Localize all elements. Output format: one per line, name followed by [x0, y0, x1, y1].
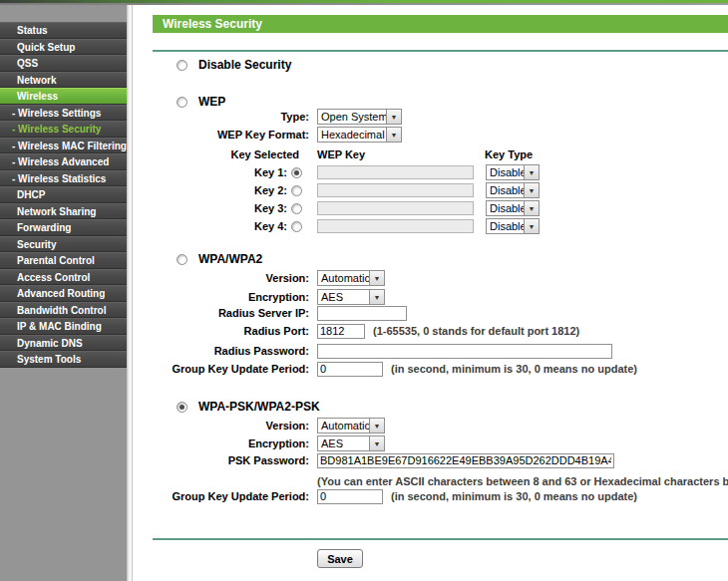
- wep-format-value: Hexadecimal: [318, 128, 386, 142]
- wpa-group-key-input[interactable]: [317, 362, 383, 377]
- key1-input[interactable]: [317, 165, 474, 179]
- wpa-version-select[interactable]: Automatic ▼: [317, 270, 385, 286]
- radius-port-input[interactable]: [317, 324, 365, 339]
- key2-type-select[interactable]: Disabled ▼: [486, 182, 540, 198]
- wep-format-row: WEP Key Format: Hexadecimal ▼: [140, 127, 402, 143]
- chevron-down-icon: ▼: [369, 419, 384, 433]
- psk-password-note-row: (You can enter ASCII characters between …: [317, 473, 728, 489]
- top-divider-line: [153, 50, 728, 52]
- key1-type-value: Disabled: [487, 165, 524, 179]
- psk-group-key-input[interactable]: [317, 489, 383, 504]
- sidebar-item-bandwidth-control[interactable]: Bandwidth Control: [0, 302, 127, 319]
- sidebar-item-wireless-settings[interactable]: - Wireless Settings: [0, 105, 127, 122]
- sidebar-item-wireless-mac-filtering[interactable]: - Wireless MAC Filtering: [0, 138, 127, 154]
- save-button[interactable]: Save: [317, 549, 363, 568]
- wpa-version-row: Version: Automatic ▼: [140, 270, 385, 286]
- radius-password-input[interactable]: [317, 344, 612, 359]
- key1-type-select[interactable]: Disabled ▼: [486, 164, 540, 180]
- key2-type-value: Disabled: [487, 183, 524, 197]
- radius-server-ip-input[interactable]: [317, 306, 407, 321]
- wpa-group-key-note: (in second, minimum is 30, 0 means no up…: [391, 363, 637, 375]
- psk-version-value: Automatic: [318, 419, 369, 433]
- wep-key1-row: Key 1: Disabled ▼: [237, 164, 540, 180]
- psk-group-key-note: (in second, minimum is 30, 0 means no up…: [391, 490, 637, 502]
- psk-radio[interactable]: [177, 402, 187, 413]
- wep-radio[interactable]: [177, 97, 187, 108]
- chevron-down-icon: ▼: [524, 165, 539, 179]
- key1-label: Key 1:: [237, 166, 287, 178]
- sidebar-item-quick-setup[interactable]: Quick Setup: [0, 39, 127, 56]
- psk-group-key-label: Group Key Update Period:: [140, 490, 309, 502]
- sidebar-item-wireless[interactable]: Wireless: [0, 88, 127, 105]
- key4-type-select[interactable]: Disabled ▼: [486, 218, 540, 234]
- key2-input[interactable]: [317, 183, 474, 197]
- sidebar-item-system-tools[interactable]: System Tools: [0, 351, 127, 368]
- sidebar: Status Quick Setup QSS Network Wireless …: [0, 5, 127, 581]
- key3-input[interactable]: [317, 201, 474, 215]
- disable-security-label: Disable Security: [198, 58, 291, 72]
- wpa-encryption-value: AES: [318, 290, 369, 304]
- psk-password-label: PSK Password:: [140, 454, 309, 466]
- router-admin-page: Status Quick Setup QSS Network Wireless …: [0, 0, 728, 581]
- sidebar-item-status[interactable]: Status: [0, 22, 127, 39]
- radius-ip-label: Radius Server IP:: [140, 307, 309, 319]
- key4-radio[interactable]: [291, 221, 302, 232]
- wpa-encryption-row: Encryption: AES ▼: [140, 289, 385, 305]
- sidebar-item-wireless-statistics[interactable]: - Wireless Statistics: [0, 170, 127, 187]
- disable-security-row: Disable Security: [177, 57, 291, 73]
- sidebar-item-dhcp[interactable]: DHCP: [0, 186, 127, 203]
- sidebar-item-access-control[interactable]: Access Control: [0, 269, 127, 286]
- key3-type-select[interactable]: Disabled ▼: [486, 200, 540, 216]
- wep-label: WEP: [198, 95, 225, 109]
- sidebar-item-advanced-routing[interactable]: Advanced Routing: [0, 285, 127, 302]
- key2-label: Key 2:: [237, 184, 287, 196]
- psk-encryption-label: Encryption:: [140, 437, 309, 449]
- wpa-group-key-label: Group Key Update Period:: [140, 363, 309, 375]
- wep-format-label: WEP Key Format:: [140, 129, 309, 141]
- sidebar-item-forwarding[interactable]: Forwarding: [0, 219, 127, 236]
- wpa-label: WPA/WPA2: [198, 252, 262, 266]
- sidebar-item-wireless-advanced[interactable]: - Wireless Advanced: [0, 153, 127, 170]
- psk-encryption-select[interactable]: AES ▼: [317, 436, 385, 451]
- key4-label: Key 4:: [237, 220, 287, 232]
- wpa-radio[interactable]: [177, 254, 187, 265]
- bottom-divider-line: [153, 538, 728, 540]
- key-selected-header: Key Selected: [160, 148, 299, 160]
- wep-type-row: Type: Open System ▼: [140, 109, 402, 125]
- psk-version-row: Version: Automatic ▼: [140, 418, 385, 434]
- wep-key3-row: Key 3: Disabled ▼: [237, 200, 540, 216]
- sidebar-item-parental-control[interactable]: Parental Control: [0, 252, 127, 269]
- psk-encryption-value: AES: [318, 436, 369, 450]
- key3-type-value: Disabled: [487, 201, 524, 215]
- wep-type-value: Open System: [318, 110, 386, 124]
- wpa-encryption-select[interactable]: AES ▼: [317, 289, 385, 305]
- sidebar-item-dynamic-dns[interactable]: Dynamic DNS: [0, 335, 127, 352]
- key1-radio[interactable]: [291, 167, 302, 178]
- wep-key4-row: Key 4: Disabled ▼: [237, 218, 540, 234]
- wep-row: WEP: [177, 94, 225, 110]
- psk-encryption-row: Encryption: AES ▼: [140, 436, 385, 451]
- wep-type-select[interactable]: Open System ▼: [317, 109, 402, 125]
- key3-radio[interactable]: [291, 203, 302, 214]
- psk-row: WPA-PSK/WPA2-PSK: [177, 399, 320, 415]
- key2-radio[interactable]: [291, 185, 302, 196]
- psk-password-row: PSK Password:: [140, 452, 614, 468]
- psk-password-input[interactable]: [317, 453, 614, 468]
- disable-security-radio[interactable]: [177, 60, 187, 71]
- sidebar-item-wireless-security[interactable]: - Wireless Security: [0, 121, 127, 138]
- wep-key2-row: Key 2: Disabled ▼: [237, 182, 540, 198]
- sidebar-item-network-sharing[interactable]: Network Sharing: [0, 203, 127, 220]
- sidebar-item-security[interactable]: Security: [0, 236, 127, 253]
- wpa-version-value: Automatic: [318, 271, 369, 285]
- sidebar-edge-divider: [127, 5, 133, 581]
- sidebar-item-ip-mac-binding[interactable]: IP & MAC Binding: [0, 318, 127, 335]
- key4-input[interactable]: [317, 219, 474, 233]
- psk-password-note: (You can enter ASCII characters between …: [317, 475, 728, 487]
- psk-group-key-row: Group Key Update Period: (in second, min…: [140, 488, 637, 504]
- page-title: Wireless Security: [153, 15, 728, 33]
- psk-version-select[interactable]: Automatic ▼: [317, 418, 385, 434]
- radius-password-row: Radius Password:: [140, 343, 612, 359]
- wep-key-format-select[interactable]: Hexadecimal ▼: [317, 127, 402, 143]
- sidebar-item-network[interactable]: Network: [0, 72, 127, 89]
- sidebar-item-qss[interactable]: QSS: [0, 55, 127, 72]
